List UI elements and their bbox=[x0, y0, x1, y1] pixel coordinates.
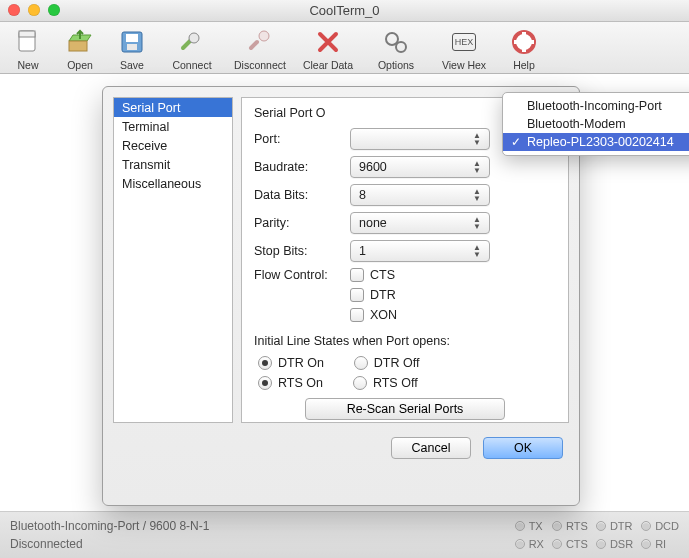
options-dialog: Serial Port Terminal Receive Transmit Mi… bbox=[102, 86, 580, 506]
window-close-button[interactable] bbox=[8, 4, 20, 16]
category-serial-port[interactable]: Serial Port bbox=[114, 98, 232, 117]
connect-icon bbox=[177, 28, 207, 56]
xon-checkbox-label: XON bbox=[370, 308, 397, 322]
toolbar-disconnect-button[interactable]: Disconnect bbox=[230, 27, 290, 71]
led-dot-icon bbox=[641, 539, 651, 549]
select-arrows-icon: ▲▼ bbox=[473, 132, 481, 146]
flowcontrol-label: Flow Control: bbox=[254, 268, 350, 282]
floppy-save-icon bbox=[118, 28, 146, 56]
port-option-repleo[interactable]: Repleo-PL2303-00202414 bbox=[503, 133, 689, 151]
toolbar-open-button[interactable]: Open bbox=[58, 27, 102, 71]
port-select[interactable]: ▲▼ bbox=[350, 128, 490, 150]
svg-rect-5 bbox=[127, 44, 137, 50]
rts-off-radio[interactable] bbox=[353, 376, 367, 390]
toolbar-options-button[interactable]: Options bbox=[366, 27, 426, 71]
led-dot-icon bbox=[515, 521, 525, 531]
hex-icon: HEX bbox=[452, 33, 476, 51]
dtr-on-radio[interactable] bbox=[258, 356, 272, 370]
svg-point-8 bbox=[386, 33, 398, 45]
gears-icon bbox=[381, 28, 411, 56]
parity-label: Parity: bbox=[254, 216, 350, 230]
ok-button[interactable]: OK bbox=[483, 437, 563, 459]
led-ri: RI bbox=[641, 538, 679, 550]
file-new-icon bbox=[15, 27, 41, 57]
toolbar-viewhex-button[interactable]: HEX View Hex bbox=[434, 27, 494, 71]
window-title: CoolTerm_0 bbox=[309, 3, 379, 18]
dtr-off-radio[interactable] bbox=[354, 356, 368, 370]
port-dropdown-menu[interactable]: Bluetooth-Incoming-Port Bluetooth-Modem … bbox=[502, 92, 689, 156]
baudrate-label: Baudrate: bbox=[254, 160, 350, 174]
baudrate-select[interactable]: 9600 ▲▼ bbox=[350, 156, 490, 178]
category-receive[interactable]: Receive bbox=[114, 136, 232, 155]
toolbar-help-button[interactable]: Help bbox=[502, 27, 546, 71]
window-minimize-button[interactable] bbox=[28, 4, 40, 16]
port-option-bt-modem[interactable]: Bluetooth-Modem bbox=[503, 115, 689, 133]
svg-rect-2 bbox=[69, 41, 87, 51]
status-leds: TX RX RTS CTS DTR DSR DCD RI bbox=[515, 520, 679, 550]
led-dot-icon bbox=[552, 539, 562, 549]
titlebar: CoolTerm_0 bbox=[0, 0, 689, 22]
toolbar-clear-button[interactable]: Clear Data bbox=[298, 27, 358, 71]
svg-point-9 bbox=[396, 42, 406, 52]
led-dsr: DSR bbox=[596, 538, 633, 550]
select-arrows-icon: ▲▼ bbox=[473, 160, 481, 174]
led-rx: RX bbox=[515, 538, 544, 550]
parity-select[interactable]: none ▲▼ bbox=[350, 212, 490, 234]
xon-checkbox[interactable] bbox=[350, 308, 364, 322]
toolbar: New Open Save Connect Disconnect Clear D… bbox=[0, 22, 689, 74]
led-dtr: DTR bbox=[596, 520, 633, 532]
port-label: Port: bbox=[254, 132, 350, 146]
status-bar: Bluetooth-Incoming-Port / 9600 8-N-1 Dis… bbox=[0, 512, 689, 558]
window-zoom-button[interactable] bbox=[48, 4, 60, 16]
category-transmit[interactable]: Transmit bbox=[114, 155, 232, 174]
toolbar-save-button[interactable]: Save bbox=[110, 27, 154, 71]
databits-select[interactable]: 8 ▲▼ bbox=[350, 184, 490, 206]
options-category-list[interactable]: Serial Port Terminal Receive Transmit Mi… bbox=[113, 97, 233, 423]
led-dot-icon bbox=[596, 539, 606, 549]
select-arrows-icon: ▲▼ bbox=[473, 244, 481, 258]
cts-checkbox-label: CTS bbox=[370, 268, 395, 282]
select-arrows-icon: ▲▼ bbox=[473, 188, 481, 202]
led-rts: RTS bbox=[552, 520, 588, 532]
led-tx: TX bbox=[515, 520, 544, 532]
led-dot-icon bbox=[552, 521, 562, 531]
serial-port-panel: Serial Port O Port: ▲▼ Baudrate: 9600 ▲▼ bbox=[241, 97, 569, 423]
status-connection: Bluetooth-Incoming-Port / 9600 8-N-1 bbox=[10, 517, 209, 535]
disconnect-icon bbox=[245, 28, 275, 56]
toolbar-new-button[interactable]: New bbox=[6, 27, 50, 71]
help-lifering-icon bbox=[510, 28, 538, 56]
dtr-checkbox[interactable] bbox=[350, 288, 364, 302]
cancel-button[interactable]: Cancel bbox=[391, 437, 471, 459]
led-dot-icon bbox=[641, 521, 651, 531]
led-cts: CTS bbox=[552, 538, 588, 550]
category-terminal[interactable]: Terminal bbox=[114, 117, 232, 136]
initial-states-title: Initial Line States when Port opens: bbox=[254, 334, 556, 348]
select-arrows-icon: ▲▼ bbox=[473, 216, 481, 230]
status-state: Disconnected bbox=[10, 535, 209, 553]
clear-x-icon bbox=[314, 28, 342, 56]
folder-open-icon bbox=[65, 27, 95, 57]
svg-point-6 bbox=[189, 33, 199, 43]
dtr-checkbox-label: DTR bbox=[370, 288, 396, 302]
led-dot-icon bbox=[515, 539, 525, 549]
stopbits-label: Stop Bits: bbox=[254, 244, 350, 258]
led-dot-icon bbox=[596, 521, 606, 531]
svg-rect-1 bbox=[19, 31, 35, 37]
document-area: Serial Port Terminal Receive Transmit Mi… bbox=[0, 74, 689, 512]
category-miscellaneous[interactable]: Miscellaneous bbox=[114, 174, 232, 193]
led-dcd: DCD bbox=[641, 520, 679, 532]
rescan-button[interactable]: Re-Scan Serial Ports bbox=[305, 398, 505, 420]
databits-label: Data Bits: bbox=[254, 188, 350, 202]
rts-on-radio[interactable] bbox=[258, 376, 272, 390]
toolbar-connect-button[interactable]: Connect bbox=[162, 27, 222, 71]
cts-checkbox[interactable] bbox=[350, 268, 364, 282]
port-option-bt-incoming[interactable]: Bluetooth-Incoming-Port bbox=[503, 97, 689, 115]
svg-rect-4 bbox=[126, 34, 138, 42]
svg-point-7 bbox=[259, 31, 269, 41]
stopbits-select[interactable]: 1 ▲▼ bbox=[350, 240, 490, 262]
